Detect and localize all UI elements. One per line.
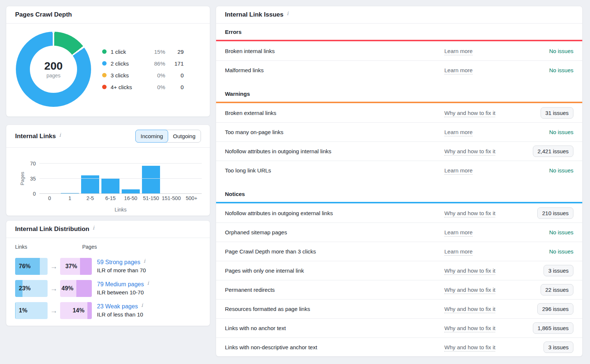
links-bar: 23% bbox=[15, 280, 48, 297]
legend-dot bbox=[102, 85, 107, 89]
link-line: 23 Weak pages bbox=[97, 303, 143, 310]
info-icon bbox=[93, 225, 94, 230]
links-percent-label: 76% bbox=[19, 263, 31, 270]
internal-link-distribution-card: Internal Link Distribution Links Pages 7… bbox=[6, 220, 210, 326]
section-title: Warnings bbox=[216, 80, 582, 102]
info-icon bbox=[147, 280, 149, 286]
bar-column bbox=[181, 159, 202, 194]
legend-label: 3 clicks bbox=[111, 72, 145, 78]
no-issues-label: No issues bbox=[549, 248, 573, 255]
issue-help-link[interactable]: Learn more bbox=[444, 229, 518, 235]
internal-link-issues-card: Internal Link Issues ErrorsBroken intern… bbox=[216, 6, 583, 357]
issue-help-link-text: Why and how to fix it bbox=[444, 306, 495, 313]
issue-label: Broken internal links bbox=[225, 48, 444, 54]
issue-count-button[interactable]: 210 issues bbox=[537, 207, 573, 219]
pages-percent-label: 49% bbox=[62, 285, 73, 292]
issue-help-link[interactable]: Why and how to fix it bbox=[444, 344, 518, 350]
issue-label: Permanent redirects bbox=[225, 287, 444, 293]
no-issues-label: No issues bbox=[549, 129, 573, 135]
links-bar: 76% bbox=[15, 258, 48, 275]
issue-help-link-text: Learn more bbox=[444, 229, 473, 237]
bar-column bbox=[100, 159, 121, 194]
issue-help-link[interactable]: Learn more bbox=[444, 67, 518, 73]
legend-count: 0 bbox=[165, 72, 184, 78]
issue-row: Too many on-page linksLearn moreNo issue… bbox=[216, 122, 582, 141]
legend-dot bbox=[102, 61, 107, 66]
bar-column bbox=[60, 159, 80, 194]
arrow-right-icon bbox=[48, 307, 60, 315]
issue-help-link-text: Learn more bbox=[444, 167, 473, 175]
issue-help-link[interactable]: Why and how to fix it bbox=[444, 287, 518, 293]
crawl-depth-body: 200 pages 1 click15%292 clicks86%1713 cl… bbox=[6, 24, 210, 107]
issue-row: Permanent redirectsWhy and how to fix it… bbox=[216, 280, 582, 299]
links-percent-label: 23% bbox=[19, 285, 31, 292]
internal-links-chart: Pages 03570 012-56-1516-5051-150151-5005… bbox=[6, 148, 210, 221]
gridline bbox=[39, 163, 202, 164]
issue-status: 2,421 issues bbox=[518, 146, 573, 157]
no-issues-label: No issues bbox=[549, 229, 573, 235]
issue-count-button[interactable]: 31 issues bbox=[541, 107, 573, 119]
pages-percent-label: 14% bbox=[73, 307, 84, 314]
issue-help-link[interactable]: Why and how to fix it bbox=[444, 267, 518, 274]
issue-count-button[interactable]: 22 issues bbox=[541, 284, 573, 295]
distribution-text: 23 Weak pagesILR of less than 10 bbox=[97, 303, 143, 318]
issue-count-button[interactable]: 3 issues bbox=[544, 342, 573, 353]
issue-status: No issues bbox=[518, 248, 573, 255]
gridline bbox=[39, 178, 202, 179]
legend-count: 171 bbox=[165, 60, 184, 67]
issue-count-button[interactable]: 3 issues bbox=[544, 265, 573, 276]
card-header: Internal Link Issues bbox=[216, 6, 582, 24]
pages-bar: 37% bbox=[60, 258, 92, 275]
issue-label: Too long link URLs bbox=[225, 167, 444, 174]
distribution-column-headers: Links Pages bbox=[6, 244, 210, 252]
x-tick-label: 6-15 bbox=[100, 195, 121, 201]
legend-percent: 86% bbox=[145, 60, 165, 67]
ilr-description: ILR of more than 70 bbox=[97, 267, 146, 274]
info-icon bbox=[143, 258, 145, 263]
issue-count-button[interactable]: 296 issues bbox=[537, 303, 573, 315]
legend-label: 2 clicks bbox=[111, 60, 145, 67]
title-wrap: Internal Link Issues bbox=[225, 11, 288, 18]
issue-status: 31 issues bbox=[518, 107, 573, 119]
issue-count-button[interactable]: 1,865 issues bbox=[533, 322, 573, 334]
issue-help-link[interactable]: Learn more bbox=[444, 48, 518, 54]
distribution-row: 1%14%23 Weak pagesILR of less than 10 bbox=[15, 302, 201, 319]
issue-help-link-text: Learn more bbox=[444, 248, 473, 256]
internal-links-card: Internal Links Incoming Outgoing Pages 0… bbox=[6, 125, 210, 216]
issue-status: 296 issues bbox=[518, 303, 573, 315]
donut-total-label: pages bbox=[46, 73, 60, 78]
issue-row: Nofollow attributes in outgoing internal… bbox=[216, 141, 582, 161]
legend-label: 1 click bbox=[111, 49, 145, 55]
distribution-text: 59 Strong pagesILR of more than 70 bbox=[97, 259, 146, 274]
pages-group-link[interactable]: 59 Strong pages bbox=[97, 259, 140, 265]
issue-label: Broken external links bbox=[225, 110, 444, 116]
issue-help-link[interactable]: Learn more bbox=[444, 129, 518, 135]
pages-group-link[interactable]: 79 Medium pages bbox=[97, 281, 144, 287]
issue-help-link[interactable]: Why and how to fix it bbox=[444, 148, 518, 154]
internal-link-issues-title: Internal Link Issues bbox=[225, 11, 284, 18]
legend-dot bbox=[102, 49, 107, 54]
legend-percent: 0% bbox=[145, 84, 165, 90]
ilr-description: ILR between 10-70 bbox=[97, 289, 149, 296]
issue-help-link-text: Why and how to fix it bbox=[444, 110, 495, 117]
issue-help-link-text: Why and how to fix it bbox=[444, 210, 495, 217]
pages-crawl-depth-card: Pages Crawl Depth 200 pages 1 click15%29… bbox=[6, 6, 210, 117]
issue-help-link-text: Why and how to fix it bbox=[444, 344, 495, 351]
pages-group-link[interactable]: 23 Weak pages bbox=[97, 303, 138, 309]
link-line: 59 Strong pages bbox=[97, 259, 146, 266]
pages-bar-fill bbox=[76, 280, 92, 297]
issue-help-link[interactable]: Learn more bbox=[444, 248, 518, 255]
issue-help-link[interactable]: Why and how to fix it bbox=[444, 325, 518, 331]
distribution-rows: 76%37%59 Strong pagesILR of more than 70… bbox=[6, 252, 210, 319]
pages-percent-label: 37% bbox=[65, 263, 77, 270]
toggle-outgoing[interactable]: Outgoing bbox=[168, 130, 201, 142]
issue-label: Nofollow attributes in outgoing internal… bbox=[225, 148, 444, 154]
issue-help-link[interactable]: Why and how to fix it bbox=[444, 110, 518, 116]
card-header: Pages Crawl Depth bbox=[6, 6, 210, 24]
issue-help-link[interactable]: Why and how to fix it bbox=[444, 210, 518, 216]
issue-help-link[interactable]: Why and how to fix it bbox=[444, 306, 518, 312]
no-issues-label: No issues bbox=[549, 167, 573, 174]
toggle-incoming[interactable]: Incoming bbox=[135, 130, 168, 143]
issue-count-button[interactable]: 2,421 issues bbox=[533, 146, 573, 157]
issue-help-link[interactable]: Learn more bbox=[444, 167, 518, 174]
